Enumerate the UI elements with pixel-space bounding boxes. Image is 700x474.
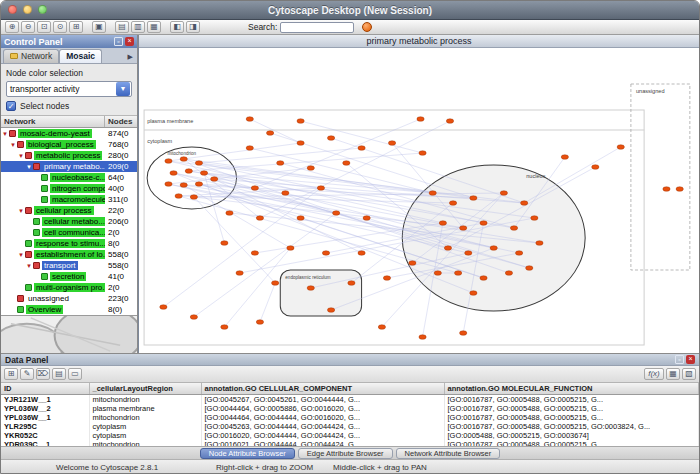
gene-node[interactable] (363, 216, 370, 221)
gene-node[interactable] (417, 117, 424, 122)
gene-node[interactable] (195, 182, 202, 187)
gene-node[interactable] (322, 251, 329, 256)
gene-node[interactable] (251, 186, 258, 191)
tree-item-biological-process[interactable]: ▼biological_process768(0 (1, 139, 137, 150)
export-table-icon[interactable]: ▧ (682, 368, 696, 380)
close-panel-icon[interactable]: × (125, 37, 134, 46)
tree-item-transport[interactable]: ▼transport558(0 (1, 260, 137, 271)
gene-node[interactable] (358, 251, 365, 256)
gene-node[interactable] (617, 145, 624, 150)
gene-node[interactable] (526, 266, 533, 271)
gene-node[interactable] (317, 186, 324, 191)
gene-node[interactable] (236, 271, 243, 276)
gene-node[interactable] (470, 196, 477, 201)
gene-node[interactable] (256, 216, 263, 221)
tree-header-network[interactable]: Network (1, 116, 105, 127)
table-row[interactable]: YLR295Ccytoplasm[GO:0045263, GO:0044444,… (1, 422, 699, 431)
expand-arrow-icon[interactable]: ▼ (17, 252, 25, 258)
function-builder-button[interactable]: f(x) (644, 368, 664, 380)
tab-network[interactable]: Network (3, 49, 59, 63)
gene-node[interactable] (246, 117, 253, 122)
vizmapper-icon[interactable]: ▥ (131, 21, 145, 33)
gene-node[interactable] (297, 216, 304, 221)
gene-node[interactable] (521, 201, 528, 206)
gene-node[interactable] (165, 159, 172, 164)
gene-node[interactable] (515, 251, 522, 256)
tree-item-establishment-of-lo[interactable]: ▼establishment of lo...558(0 (1, 249, 137, 260)
chevron-down-icon[interactable]: ▼ (116, 82, 130, 96)
gene-node[interactable] (465, 251, 472, 256)
table-row[interactable]: YJR121W__1mitochondrion[GO:0045267, GO:0… (1, 394, 699, 404)
gene-node[interactable] (200, 171, 207, 176)
tree-item-cellular-metabo[interactable]: cellular metabo...206(0 (1, 216, 137, 227)
gene-node[interactable] (287, 246, 294, 251)
gene-node[interactable] (531, 216, 538, 221)
float-panel-icon[interactable]: ▫ (114, 37, 123, 46)
more-tabs-icon[interactable]: ▶ (128, 53, 135, 63)
gene-node[interactable] (221, 325, 228, 330)
search-input[interactable] (280, 22, 354, 33)
zoom-in-icon[interactable]: ⊕ (5, 21, 19, 33)
gene-node[interactable] (175, 194, 182, 199)
tab-mosaic[interactable]: Mosaic (59, 49, 102, 63)
expand-arrow-icon[interactable]: ▼ (1, 131, 9, 137)
select-attributes-icon[interactable]: ⊞ (4, 368, 18, 380)
gene-node[interactable] (480, 221, 487, 226)
gene-node[interactable] (676, 187, 683, 192)
gene-node[interactable] (446, 119, 453, 124)
gene-node[interactable] (444, 246, 451, 251)
clear-table-icon[interactable]: ▭ (68, 368, 82, 380)
layout-icon[interactable]: ◧ (170, 21, 184, 33)
gene-node[interactable] (348, 281, 355, 286)
gene-node[interactable] (439, 221, 446, 226)
gene-node[interactable] (297, 141, 304, 146)
gene-node[interactable] (226, 211, 233, 216)
node-color-dropdown[interactable]: transporter activity ▼ (6, 81, 132, 97)
tree-item-response-to-stimu[interactable]: response to stimu...8(0 (1, 238, 137, 249)
gene-node[interactable] (327, 136, 334, 141)
gene-node[interactable] (221, 241, 228, 246)
gene-node[interactable] (490, 246, 497, 251)
gene-node[interactable] (185, 169, 192, 174)
gene-node[interactable] (256, 320, 263, 325)
minimize-window-button[interactable] (23, 5, 32, 14)
gene-node[interactable] (333, 211, 340, 216)
gene-node[interactable] (282, 191, 289, 196)
gene-node[interactable] (454, 271, 461, 276)
gene-node[interactable] (180, 157, 187, 162)
column-header-annotation-go-molecular-function[interactable]: annotation.GO MOLECULAR_FUNCTION (444, 383, 699, 394)
tree-item-macromolecule[interactable]: macromolecule...311(0 (1, 194, 137, 205)
expand-arrow-icon[interactable]: ▼ (17, 153, 25, 159)
zoom-fit-icon[interactable]: ⊡ (37, 21, 51, 33)
gene-node[interactable] (429, 191, 436, 196)
gene-node[interactable] (378, 325, 385, 330)
tree-item-overview[interactable]: Overview8(0) (1, 304, 137, 315)
gene-node[interactable] (388, 141, 395, 146)
tree-item-cell-communica[interactable]: cell communica...2(0 (1, 227, 137, 238)
column-header-annotation-go-cellular-component[interactable]: annotation.GO CELLULAR_COMPONENT (201, 383, 444, 394)
tree-item-nucleobase-c[interactable]: nucleobase-c...64(0 (1, 172, 137, 183)
table-row[interactable]: YPL036W__1mitochondrion[GO:0044464, GO:0… (1, 413, 699, 422)
gene-node[interactable] (470, 291, 477, 296)
gene-node[interactable] (343, 161, 350, 166)
gene-node[interactable] (266, 131, 273, 136)
gene-node[interactable] (180, 183, 187, 188)
gene-node[interactable] (419, 151, 426, 156)
gene-node[interactable] (297, 119, 304, 124)
delete-attribute-icon[interactable]: ⌦ (36, 368, 50, 380)
expand-arrow-icon[interactable]: ▼ (25, 164, 33, 170)
table-row[interactable]: YKR052Ccytoplasm[GO:0016020, GO:0044444,… (1, 431, 699, 440)
gene-node[interactable] (383, 276, 390, 281)
float-panel-icon[interactable]: ▫ (675, 355, 684, 364)
gene-node[interactable] (307, 166, 314, 171)
gene-node[interactable] (195, 161, 202, 166)
gene-node[interactable] (170, 171, 177, 176)
gene-node[interactable] (460, 226, 467, 231)
column-header-id[interactable]: ID (1, 383, 89, 394)
close-panel-icon[interactable]: × (686, 355, 695, 364)
select-nodes-checkbox[interactable]: ✓ (6, 101, 16, 111)
tree-item-secretion[interactable]: secretion41(0 (1, 271, 137, 282)
table-row[interactable]: YDR039C__1mitochondrion[GO:0016021, GO:0… (1, 440, 699, 447)
gene-node[interactable] (480, 276, 487, 281)
import-table-icon[interactable]: ▦ (666, 368, 680, 380)
